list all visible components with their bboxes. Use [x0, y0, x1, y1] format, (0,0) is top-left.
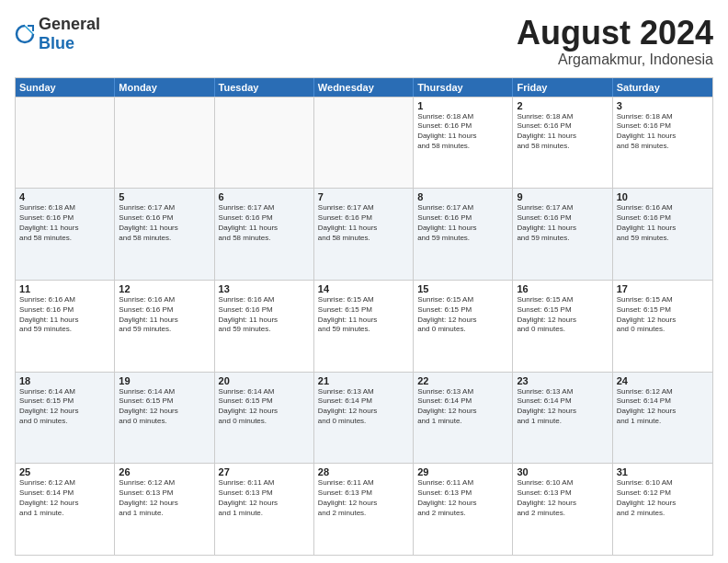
day-cell-6: 6Sunrise: 6:17 AM Sunset: 6:16 PM Daylig… — [215, 189, 314, 280]
day-info: Sunrise: 6:16 AM Sunset: 6:16 PM Dayligh… — [19, 295, 110, 335]
calendar-row-1: 1Sunrise: 6:18 AM Sunset: 6:16 PM Daylig… — [16, 97, 712, 189]
empty-cell — [314, 98, 414, 189]
day-info: Sunrise: 6:17 AM Sunset: 6:16 PM Dayligh… — [318, 203, 409, 243]
day-number: 9 — [517, 191, 608, 202]
day-cell-13: 13Sunrise: 6:16 AM Sunset: 6:16 PM Dayli… — [215, 281, 314, 372]
day-number: 23 — [517, 375, 608, 386]
day-info: Sunrise: 6:11 AM Sunset: 6:13 PM Dayligh… — [417, 478, 508, 518]
calendar-row-3: 11Sunrise: 6:16 AM Sunset: 6:16 PM Dayli… — [16, 280, 712, 372]
day-cell-2: 2Sunrise: 6:18 AM Sunset: 6:16 PM Daylig… — [513, 98, 612, 189]
day-info: Sunrise: 6:14 AM Sunset: 6:15 PM Dayligh… — [219, 387, 310, 427]
location: Argamakmur, Indonesia — [517, 52, 713, 68]
day-number: 10 — [617, 191, 709, 202]
header-day-wednesday: Wednesday — [314, 78, 414, 97]
day-cell-7: 7Sunrise: 6:17 AM Sunset: 6:16 PM Daylig… — [314, 189, 414, 280]
day-number: 4 — [19, 191, 110, 202]
day-number: 26 — [119, 466, 210, 477]
day-number: 17 — [617, 283, 709, 294]
day-info: Sunrise: 6:10 AM Sunset: 6:13 PM Dayligh… — [517, 478, 608, 518]
day-info: Sunrise: 6:15 AM Sunset: 6:15 PM Dayligh… — [417, 295, 508, 335]
day-cell-22: 22Sunrise: 6:13 AM Sunset: 6:14 PM Dayli… — [414, 373, 513, 464]
calendar: SundayMondayTuesdayWednesdayThursdayFrid… — [15, 77, 713, 556]
calendar-body: 1Sunrise: 6:18 AM Sunset: 6:16 PM Daylig… — [16, 97, 712, 555]
day-cell-31: 31Sunrise: 6:10 AM Sunset: 6:12 PM Dayli… — [613, 464, 712, 555]
day-info: Sunrise: 6:17 AM Sunset: 6:16 PM Dayligh… — [119, 203, 210, 243]
day-info: Sunrise: 6:18 AM Sunset: 6:16 PM Dayligh… — [417, 112, 508, 152]
day-cell-12: 12Sunrise: 6:16 AM Sunset: 6:16 PM Dayli… — [115, 281, 214, 372]
page: General Blue August 2024 Argamakmur, Ind… — [0, 0, 728, 563]
day-cell-5: 5Sunrise: 6:17 AM Sunset: 6:16 PM Daylig… — [115, 189, 214, 280]
day-number: 2 — [517, 100, 608, 111]
day-number: 28 — [318, 466, 409, 477]
day-cell-14: 14Sunrise: 6:15 AM Sunset: 6:15 PM Dayli… — [314, 281, 414, 372]
day-cell-16: 16Sunrise: 6:15 AM Sunset: 6:15 PM Dayli… — [513, 281, 612, 372]
logo-icon — [15, 24, 35, 44]
logo-general: General — [39, 15, 100, 33]
day-info: Sunrise: 6:17 AM Sunset: 6:16 PM Dayligh… — [417, 203, 508, 243]
day-cell-3: 3Sunrise: 6:18 AM Sunset: 6:16 PM Daylig… — [613, 98, 712, 189]
logo-blue: Blue — [39, 34, 74, 52]
day-number: 8 — [417, 191, 508, 202]
day-info: Sunrise: 6:14 AM Sunset: 6:15 PM Dayligh… — [119, 387, 210, 427]
day-number: 15 — [417, 283, 508, 294]
day-info: Sunrise: 6:16 AM Sunset: 6:16 PM Dayligh… — [219, 295, 310, 335]
day-number: 11 — [19, 283, 110, 294]
day-number: 27 — [219, 466, 310, 477]
header-day-sunday: Sunday — [16, 78, 115, 97]
day-cell-17: 17Sunrise: 6:15 AM Sunset: 6:15 PM Dayli… — [613, 281, 712, 372]
day-info: Sunrise: 6:11 AM Sunset: 6:13 PM Dayligh… — [219, 478, 310, 518]
empty-cell — [16, 98, 115, 189]
day-number: 6 — [219, 191, 310, 202]
day-cell-10: 10Sunrise: 6:16 AM Sunset: 6:16 PM Dayli… — [613, 189, 712, 280]
day-number: 24 — [617, 375, 709, 386]
day-number: 20 — [219, 375, 310, 386]
day-cell-28: 28Sunrise: 6:11 AM Sunset: 6:13 PM Dayli… — [314, 464, 414, 555]
day-cell-27: 27Sunrise: 6:11 AM Sunset: 6:13 PM Dayli… — [215, 464, 314, 555]
day-info: Sunrise: 6:13 AM Sunset: 6:14 PM Dayligh… — [517, 387, 608, 427]
day-cell-9: 9Sunrise: 6:17 AM Sunset: 6:16 PM Daylig… — [513, 189, 612, 280]
day-info: Sunrise: 6:15 AM Sunset: 6:15 PM Dayligh… — [318, 295, 409, 335]
day-cell-11: 11Sunrise: 6:16 AM Sunset: 6:16 PM Dayli… — [16, 281, 115, 372]
day-number: 16 — [517, 283, 608, 294]
day-info: Sunrise: 6:12 AM Sunset: 6:14 PM Dayligh… — [19, 478, 110, 518]
day-number: 13 — [219, 283, 310, 294]
day-number: 14 — [318, 283, 409, 294]
title-block: August 2024 Argamakmur, Indonesia — [517, 15, 713, 68]
day-info: Sunrise: 6:18 AM Sunset: 6:16 PM Dayligh… — [19, 203, 110, 243]
day-cell-30: 30Sunrise: 6:10 AM Sunset: 6:13 PM Dayli… — [513, 464, 612, 555]
day-cell-4: 4Sunrise: 6:18 AM Sunset: 6:16 PM Daylig… — [16, 189, 115, 280]
day-cell-19: 19Sunrise: 6:14 AM Sunset: 6:15 PM Dayli… — [115, 373, 214, 464]
day-number: 21 — [318, 375, 409, 386]
day-cell-20: 20Sunrise: 6:14 AM Sunset: 6:15 PM Dayli… — [215, 373, 314, 464]
day-cell-25: 25Sunrise: 6:12 AM Sunset: 6:14 PM Dayli… — [16, 464, 115, 555]
day-number: 12 — [119, 283, 210, 294]
day-cell-23: 23Sunrise: 6:13 AM Sunset: 6:14 PM Dayli… — [513, 373, 612, 464]
day-cell-26: 26Sunrise: 6:12 AM Sunset: 6:13 PM Dayli… — [115, 464, 214, 555]
day-cell-18: 18Sunrise: 6:14 AM Sunset: 6:15 PM Dayli… — [16, 373, 115, 464]
day-info: Sunrise: 6:13 AM Sunset: 6:14 PM Dayligh… — [417, 387, 508, 427]
day-number: 7 — [318, 191, 409, 202]
empty-cell — [215, 98, 314, 189]
day-info: Sunrise: 6:15 AM Sunset: 6:15 PM Dayligh… — [517, 295, 608, 335]
day-cell-1: 1Sunrise: 6:18 AM Sunset: 6:16 PM Daylig… — [414, 98, 513, 189]
day-number: 25 — [19, 466, 110, 477]
header-day-thursday: Thursday — [414, 78, 513, 97]
day-info: Sunrise: 6:16 AM Sunset: 6:16 PM Dayligh… — [119, 295, 210, 335]
day-cell-29: 29Sunrise: 6:11 AM Sunset: 6:13 PM Dayli… — [414, 464, 513, 555]
day-info: Sunrise: 6:17 AM Sunset: 6:16 PM Dayligh… — [219, 203, 310, 243]
empty-cell — [115, 98, 214, 189]
day-info: Sunrise: 6:16 AM Sunset: 6:16 PM Dayligh… — [617, 203, 709, 243]
header-day-friday: Friday — [513, 78, 612, 97]
logo: General Blue — [15, 15, 100, 53]
day-info: Sunrise: 6:11 AM Sunset: 6:13 PM Dayligh… — [318, 478, 409, 518]
day-info: Sunrise: 6:12 AM Sunset: 6:13 PM Dayligh… — [119, 478, 210, 518]
day-info: Sunrise: 6:18 AM Sunset: 6:16 PM Dayligh… — [617, 112, 709, 152]
day-number: 31 — [617, 466, 709, 477]
day-number: 19 — [119, 375, 210, 386]
header-day-tuesday: Tuesday — [215, 78, 314, 97]
header-day-monday: Monday — [115, 78, 214, 97]
day-number: 1 — [417, 100, 508, 111]
day-info: Sunrise: 6:14 AM Sunset: 6:15 PM Dayligh… — [19, 387, 110, 427]
header: General Blue August 2024 Argamakmur, Ind… — [15, 15, 713, 68]
day-number: 22 — [417, 375, 508, 386]
